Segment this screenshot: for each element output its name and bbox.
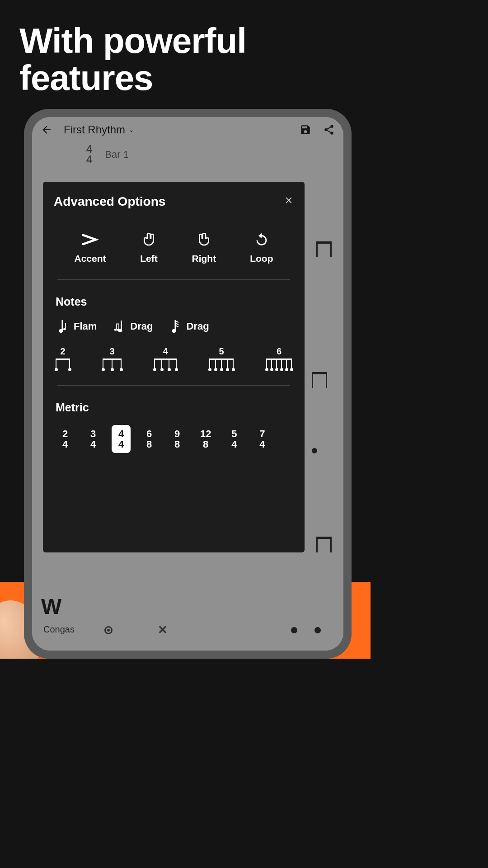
drag-icon-2: [170, 319, 181, 334]
advanced-options-modal: Advanced Options Accent Left Right: [43, 182, 305, 552]
note-drag-1[interactable]: Drag: [114, 319, 153, 334]
hand-left-icon: [140, 231, 158, 249]
metric-5-4[interactable]: 5 4: [225, 425, 244, 453]
tuplet-2-num: 2: [60, 346, 65, 357]
tuplet-4-num: 4: [163, 346, 168, 357]
promo-title: With powerful features: [0, 0, 371, 97]
option-accent[interactable]: Accent: [75, 231, 106, 264]
tuplet-row: 2 3 4 5 6: [54, 346, 294, 370]
tuplet-5-num: 5: [219, 346, 224, 357]
metric-bottom: 8: [174, 439, 180, 449]
accent-icon: [81, 231, 99, 249]
loop-icon: [253, 231, 271, 249]
option-loop-label: Loop: [250, 253, 273, 264]
metric-top: 12: [200, 429, 211, 439]
note-drag-2-label: Drag: [186, 321, 209, 332]
metric-top: 5: [231, 429, 237, 439]
metric-top: 7: [259, 429, 265, 439]
option-left[interactable]: Left: [140, 231, 158, 264]
option-accent-label: Accent: [75, 253, 106, 264]
metric-top: 6: [146, 429, 152, 439]
close-icon: [284, 195, 294, 205]
metric-12-8[interactable]: 12 8: [196, 425, 216, 453]
note-drag-1-label: Drag: [130, 321, 153, 332]
tuplet-4[interactable]: 4: [154, 346, 177, 370]
option-loop[interactable]: Loop: [250, 231, 273, 264]
metric-9-8[interactable]: 9 8: [168, 425, 187, 453]
svg-point-5: [63, 328, 66, 330]
metric-top: 9: [174, 429, 180, 439]
svg-point-10: [117, 329, 120, 331]
metric-row: 2 4 3 4 4 4 6 8 9 8 12 8 5 4 7 4: [54, 425, 294, 453]
metric-bottom: 8: [146, 439, 152, 449]
note-drag-2[interactable]: Drag: [170, 319, 209, 334]
metric-7-4[interactable]: 7 4: [253, 425, 272, 453]
tuplet-3[interactable]: 3: [103, 346, 122, 370]
metric-top: 3: [90, 429, 96, 439]
metric-bottom: 4: [259, 439, 265, 449]
option-left-label: Left: [140, 253, 158, 264]
metric-6-8[interactable]: 6 8: [140, 425, 159, 453]
divider: [57, 385, 290, 386]
modal-title: Advanced Options: [54, 194, 165, 209]
tuplet-6[interactable]: 6: [266, 346, 292, 370]
metric-bottom: 8: [203, 439, 208, 449]
svg-point-15: [172, 329, 176, 333]
svg-point-4: [59, 329, 63, 333]
tuplet-5[interactable]: 5: [209, 346, 234, 370]
note-flam[interactable]: Flam: [57, 319, 97, 334]
svg-point-9: [114, 329, 117, 331]
metric-2-4[interactable]: 2 4: [56, 425, 75, 453]
drag-icon-1: [114, 319, 125, 334]
notes-section-title: Notes: [54, 295, 294, 308]
hand-right-icon: [195, 231, 213, 249]
option-right-label: Right: [192, 253, 216, 264]
metric-top: 2: [62, 429, 68, 439]
metric-section-title: Metric: [54, 401, 294, 414]
divider: [57, 279, 290, 280]
close-button[interactable]: [284, 195, 294, 208]
tuplet-6-num: 6: [277, 346, 282, 357]
flam-icon: [57, 319, 68, 334]
metric-4-4[interactable]: 4 4: [112, 425, 131, 453]
metric-bottom: 4: [118, 439, 124, 449]
metric-3-4[interactable]: 3 4: [84, 425, 103, 453]
tuplet-3-num: 3: [109, 346, 114, 357]
metric-bottom: 4: [231, 439, 237, 449]
tuplet-2[interactable]: 2: [56, 346, 70, 370]
metric-bottom: 4: [90, 439, 96, 449]
note-flam-label: Flam: [74, 321, 97, 332]
metric-bottom: 4: [62, 439, 68, 449]
metric-top: 4: [118, 429, 124, 439]
option-right[interactable]: Right: [192, 231, 216, 264]
